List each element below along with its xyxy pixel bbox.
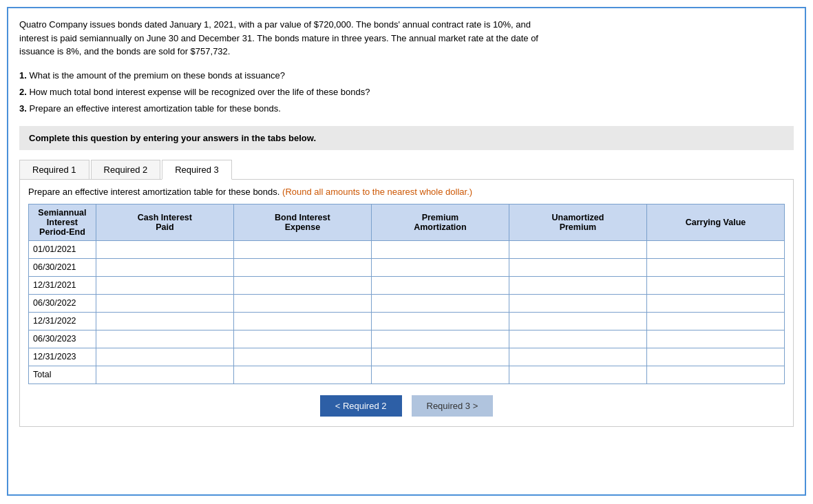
cash-input-7[interactable] [101,370,229,379]
cash-cell-4[interactable] [96,312,233,330]
date-cell-4: 12/31/2022 [29,312,96,330]
unamortized-cell-6[interactable] [509,348,646,366]
unamortized-cell-0[interactable] [509,240,646,258]
date-cell-7: Total [29,366,96,384]
cash-input-2[interactable] [101,280,229,290]
bond-cell-6[interactable] [233,348,371,366]
unamortized-cell-4[interactable] [509,312,646,330]
instruction-box: Complete this question by entering your … [19,126,794,150]
premium-cell-3[interactable] [371,294,509,312]
table-row: 12/31/2023 [29,348,785,366]
cash-input-4[interactable] [101,316,229,326]
bond-input-4[interactable] [238,316,367,326]
unamortized-cell-7[interactable] [509,366,646,384]
date-cell-0: 01/01/2021 [29,240,96,258]
unamortized-input-4[interactable] [514,316,642,326]
next-button[interactable]: Required 3 > [412,395,494,417]
carrying-cell-6[interactable] [646,348,784,366]
bond-input-1[interactable] [238,262,367,272]
cash-input-5[interactable] [101,334,229,344]
cash-input-0[interactable] [101,244,229,254]
bond-cell-5[interactable] [233,330,371,348]
tab-required3[interactable]: Required 3 [162,160,232,180]
bond-cell-7[interactable] [233,366,371,384]
unamortized-input-1[interactable] [514,262,642,272]
carrying-input-1[interactable] [651,262,780,272]
cash-cell-3[interactable] [96,294,233,312]
premium-input-7[interactable] [376,370,505,379]
carrying-cell-1[interactable] [646,258,784,276]
cash-input-1[interactable] [101,262,229,272]
bond-cell-0[interactable] [233,240,371,258]
prev-button[interactable]: < Required 2 [320,395,402,417]
bond-input-5[interactable] [238,334,367,344]
premium-cell-6[interactable] [371,348,509,366]
carrying-input-4[interactable] [651,316,780,326]
bond-cell-4[interactable] [233,312,371,330]
cash-input-3[interactable] [101,298,229,308]
carrying-cell-2[interactable] [646,276,784,294]
unamortized-cell-3[interactable] [509,294,646,312]
premium-cell-1[interactable] [371,258,509,276]
premium-input-6[interactable] [376,352,505,361]
unamortized-input-2[interactable] [514,280,642,290]
premium-cell-5[interactable] [371,330,509,348]
premium-cell-7[interactable] [371,366,509,384]
table-row: 06/30/2023 [29,330,785,348]
unamortized-input-0[interactable] [514,244,642,254]
bond-input-7[interactable] [238,370,367,379]
premium-input-4[interactable] [376,316,505,326]
date-cell-5: 06/30/2023 [29,330,96,348]
carrying-input-5[interactable] [651,334,780,344]
unamortized-input-6[interactable] [514,352,642,361]
tab-required1[interactable]: Required 1 [19,160,89,179]
col-header-bond: Bond Interest Expense [233,204,371,240]
premium-input-3[interactable] [376,298,505,308]
cash-cell-7[interactable] [96,366,233,384]
premium-input-0[interactable] [376,244,505,254]
premium-input-1[interactable] [376,262,505,272]
cash-cell-0[interactable] [96,240,233,258]
carrying-cell-4[interactable] [646,312,784,330]
tab-required2[interactable]: Required 2 [91,160,161,179]
table-row: Total [29,366,785,384]
cash-cell-2[interactable] [96,276,233,294]
amortization-table: Semiannual Interest Period-End Cash Inte… [28,204,785,384]
carrying-cell-0[interactable] [646,240,784,258]
carrying-input-2[interactable] [651,280,780,290]
bond-input-3[interactable] [238,298,367,308]
premium-cell-4[interactable] [371,312,509,330]
bond-cell-2[interactable] [233,276,371,294]
bond-input-6[interactable] [238,352,367,361]
carrying-cell-7[interactable] [646,366,784,384]
carrying-cell-5[interactable] [646,330,784,348]
premium-cell-2[interactable] [371,276,509,294]
carrying-input-3[interactable] [651,298,780,308]
carrying-cell-3[interactable] [646,294,784,312]
bond-input-2[interactable] [238,280,367,290]
table-row: 06/30/2022 [29,294,785,312]
premium-input-5[interactable] [376,334,505,344]
col-header-cash: Cash Interest Paid [96,204,233,240]
date-cell-2: 12/31/2021 [29,276,96,294]
cash-cell-1[interactable] [96,258,233,276]
carrying-input-0[interactable] [651,244,780,254]
nav-buttons: < Required 2 Required 3 > [28,395,785,417]
col-header-premium: Premium Amortization [371,204,509,240]
cash-input-6[interactable] [101,352,229,361]
unamortized-cell-5[interactable] [509,330,646,348]
unamortized-input-3[interactable] [514,298,642,308]
unamortized-cell-1[interactable] [509,258,646,276]
cash-cell-6[interactable] [96,348,233,366]
unamortized-input-5[interactable] [514,334,642,344]
bond-cell-1[interactable] [233,258,371,276]
cash-cell-5[interactable] [96,330,233,348]
questions-section: 1. What is the amount of the premium on … [19,68,794,116]
bond-cell-3[interactable] [233,294,371,312]
premium-input-2[interactable] [376,280,505,290]
premium-cell-0[interactable] [371,240,509,258]
table-row: 12/31/2022 [29,312,785,330]
unamortized-cell-2[interactable] [509,276,646,294]
carrying-input-6[interactable] [651,352,780,361]
bond-input-0[interactable] [238,244,367,254]
